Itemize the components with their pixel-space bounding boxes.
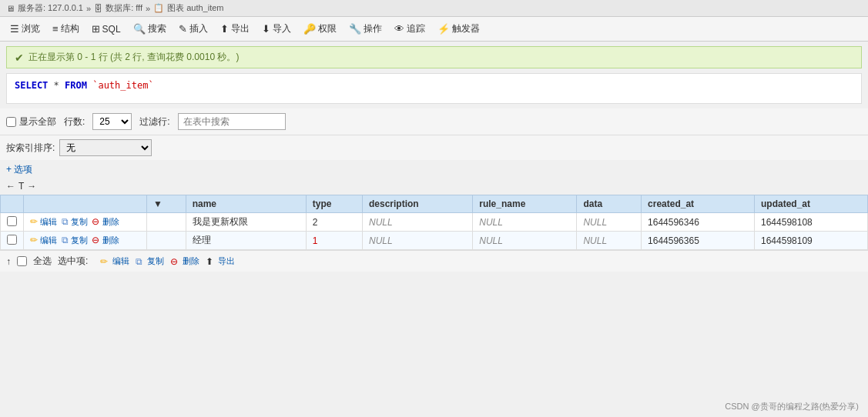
row2-edit-icon: ✏ — [30, 235, 38, 245]
th-data[interactable]: data — [577, 195, 642, 213]
tab-browse[interactable]: ☰ 浏览 — [5, 20, 45, 38]
row2-type: 1 — [306, 232, 362, 250]
row1-type: 2 — [306, 213, 362, 232]
row2-checkbox-cell — [1, 232, 24, 250]
header-row: ▼ name type description rule_name data c… — [1, 195, 868, 213]
import-label: 导入 — [273, 22, 291, 35]
tab-operations[interactable]: 🔧 操作 — [344, 20, 387, 38]
bottom-export-link[interactable]: 导出 — [218, 255, 235, 267]
tab-tracking[interactable]: 👁 追踪 — [389, 20, 431, 38]
row2-edit-link[interactable]: 编辑 — [40, 235, 57, 245]
table-icon: 📋 — [153, 3, 164, 13]
bottom-edit-icon: ✏ — [100, 256, 108, 267]
tab-permissions[interactable]: 🔑 权限 — [298, 20, 342, 38]
row2-copy-link[interactable]: 复制 — [71, 235, 88, 245]
status-message: 正在显示第 0 - 1 行 (共 2 行, 查询花费 0.0010 秒。) — [28, 51, 239, 64]
options-row: + 选项 — [0, 160, 868, 179]
nav-right-btn[interactable]: → — [27, 181, 36, 192]
sort-select[interactable]: 无 — [59, 139, 152, 156]
row2-rule-name: NULL — [473, 232, 577, 250]
import-icon: ⬇ — [262, 23, 270, 35]
th-sort[interactable]: ▼ — [147, 195, 186, 213]
row2-delete-icon: ⊖ — [92, 235, 99, 245]
row1-checkbox[interactable] — [7, 216, 17, 226]
row1-actions: ✏ 编辑 ⧉ 复制 ⊖ 删除 — [24, 213, 147, 232]
csdn-footer-text: CSDN @贵哥的编程之路(热爱分享) — [725, 402, 859, 411]
toolbar: ☰ 浏览 ≡ 结构 ⊞ SQL 🔍 搜索 ✎ 插入 ⬆ 导出 ⬇ 导入 🔑 权限… — [0, 17, 868, 42]
bottom-edit-link[interactable]: 编辑 — [112, 255, 129, 267]
row2-description: NULL — [362, 232, 472, 250]
selected-label: 选中项: — [58, 255, 88, 268]
bottom-delete-link[interactable]: 删除 — [183, 255, 199, 267]
select-all-checkbox[interactable] — [17, 256, 27, 266]
row1-data: NULL — [577, 213, 642, 232]
th-description[interactable]: description — [362, 195, 472, 213]
tab-search[interactable]: 🔍 搜索 — [128, 20, 172, 38]
insert-label: 插入 — [189, 22, 208, 35]
table-header: ▼ name type description rule_name data c… — [1, 195, 868, 213]
row2-updated-at: 1644598109 — [755, 232, 868, 250]
row1-edit-icon: ✏ — [30, 216, 38, 227]
row1-delete-link[interactable]: 删除 — [102, 217, 119, 226]
row1-checkbox-cell — [1, 213, 24, 232]
bottom-bar: ↑ 全选 选中项: ✏ 编辑 ⧉ 复制 ⊖ 删除 ⬆ 导出 — [0, 250, 868, 272]
bottom-arrow-up: ↑ — [6, 256, 11, 267]
bottom-bar-actions: ✏ 编辑 ⧉ 复制 ⊖ 删除 ⬆ 导出 — [100, 255, 236, 267]
th-type[interactable]: type — [306, 195, 362, 213]
row2-name: 经理 — [186, 232, 306, 250]
row1-rule-name: NULL — [473, 213, 577, 232]
tab-sql[interactable]: ⊞ SQL — [86, 21, 126, 37]
row1-description: NULL — [362, 213, 472, 232]
data-table: ▼ name type description rule_name data c… — [0, 195, 868, 250]
sql-icon: ⊞ — [92, 23, 100, 35]
row2-copy-icon: ⧉ — [62, 235, 69, 245]
nav-left-btn[interactable]: ← — [6, 181, 15, 192]
row-count-label: 行数: — [64, 115, 85, 128]
row1-edit-link[interactable]: 编辑 — [40, 217, 57, 226]
bottom-copy-link[interactable]: 复制 — [147, 255, 164, 267]
show-all-label: 显示全部 — [19, 115, 56, 128]
permissions-icon: 🔑 — [303, 23, 316, 35]
th-rule-name[interactable]: rule_name — [473, 195, 577, 213]
tab-insert[interactable]: ✎ 插入 — [173, 20, 213, 38]
nav-down-btn[interactable]: T — [18, 181, 24, 192]
csdn-footer: CSDN @贵哥的编程之路(热爱分享) — [725, 401, 859, 412]
row2-actions: ✏ 编辑 ⧉ 复制 ⊖ 删除 — [24, 232, 147, 250]
triggers-label: 触发器 — [452, 22, 480, 35]
sort-label: 按索引排序: — [6, 142, 55, 155]
row2-delete-link[interactable]: 删除 — [102, 235, 119, 245]
row2-data: NULL — [577, 232, 642, 250]
title-table: 图表 auth_item — [167, 2, 223, 14]
export-label: 导出 — [231, 22, 250, 35]
bottom-export-icon: ⬆ — [206, 256, 213, 267]
show-all-checkbox[interactable] — [6, 117, 16, 127]
triggers-icon: ⚡ — [437, 23, 450, 35]
th-name[interactable]: name — [186, 195, 306, 213]
row1-delete-icon: ⊖ — [92, 216, 99, 227]
sql-star: * — [54, 80, 65, 91]
filter-input[interactable] — [178, 113, 286, 130]
row1-copy-link[interactable]: 复制 — [71, 217, 88, 226]
title-sep1: » — [86, 4, 91, 13]
tab-import[interactable]: ⬇ 导入 — [256, 20, 297, 38]
show-all-checkbox-label[interactable]: 显示全部 — [6, 115, 56, 128]
th-updated-at[interactable]: updated_at — [755, 195, 868, 213]
sql-from-keyword: FROM — [65, 80, 87, 91]
tab-export[interactable]: ⬆ 导出 — [215, 20, 255, 38]
tab-structure[interactable]: ≡ 结构 — [47, 20, 85, 38]
row2-checkbox[interactable] — [7, 235, 17, 245]
sql-area: SELECT * FROM `auth_item` — [6, 73, 862, 104]
row2-created-at: 1644596365 — [642, 232, 755, 250]
sql-table-name: `auth_item` — [92, 80, 153, 91]
th-created-at[interactable]: created_at — [642, 195, 755, 213]
structure-label: 结构 — [61, 22, 79, 35]
table-body: ✏ 编辑 ⧉ 复制 ⊖ 删除 我是更新权限 2 NULL NULL NULL 1… — [1, 213, 868, 250]
options-link[interactable]: + 选项 — [6, 164, 32, 175]
row1-updated-at: 1644598108 — [755, 213, 868, 232]
table-row: ✏ 编辑 ⧉ 复制 ⊖ 删除 我是更新权限 2 NULL NULL NULL 1… — [1, 213, 868, 232]
select-all-label: 全选 — [33, 255, 52, 268]
tab-triggers[interactable]: ⚡ 触发器 — [432, 20, 485, 38]
sort-row: 按索引排序: 无 — [0, 135, 868, 160]
row-count-select[interactable]: 25 50 100 — [92, 113, 132, 130]
bottom-delete-icon: ⊖ — [170, 256, 178, 267]
